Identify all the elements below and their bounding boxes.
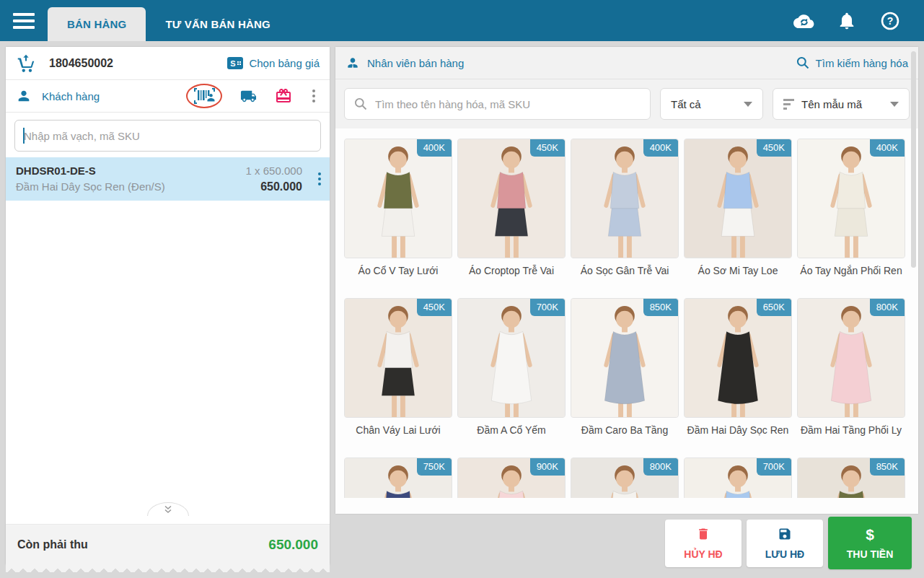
sort-icon	[783, 99, 794, 110]
price-badge: 700K	[530, 299, 565, 316]
price-badge: 800K	[870, 299, 905, 316]
category-filter-value: Tất cả	[671, 98, 701, 110]
notifications-bell-icon[interactable]	[836, 10, 858, 32]
pricebook-icon: S	[227, 57, 243, 69]
cart-item-sku: DHDSR01-DE-S	[16, 165, 165, 177]
vertical-scrollbar[interactable]	[911, 51, 916, 268]
staff-selector[interactable]: Nhân viên bán hàng	[346, 56, 464, 70]
save-order-label: LƯU HĐ	[765, 548, 804, 560]
search-products-link[interactable]: Tìm kiếm hàng hóa	[796, 56, 908, 70]
more-options-icon[interactable]	[308, 88, 320, 104]
amount-due-value: 650.000	[268, 537, 318, 553]
tab-label: BÁN HÀNG	[67, 18, 126, 30]
product-card[interactable]: 650K Đầm Hai Dây Sọc Ren	[684, 298, 792, 447]
customer-row: Khách hàng	[6, 80, 330, 113]
chevron-down-icon	[744, 102, 752, 107]
chevron-double-down-icon	[163, 505, 173, 514]
panel-bottom-mask	[335, 498, 918, 514]
catalog-panel: Nhân viên bán hàng Tìm kiếm hàng hóa Tất…	[335, 47, 918, 514]
product-name: Áo Sơ Mi Tay Loe	[684, 265, 792, 288]
price-badge: 800K	[643, 458, 678, 476]
help-icon[interactable]: ?	[879, 10, 901, 32]
product-name: Áo Cổ V Tay Lưới	[344, 265, 452, 288]
price-badge: 850K	[643, 299, 678, 316]
save-icon	[777, 526, 793, 542]
cart-item-more-icon[interactable]	[314, 171, 325, 187]
product-name: Áo Croptop Trễ Vai	[457, 265, 566, 288]
price-badge: 400K	[870, 139, 905, 157]
cart-item-amounts: 1 x 650.000 650.000	[246, 165, 302, 193]
amount-due-label: Còn phải thu	[17, 538, 88, 551]
catalog-column: Nhân viên bán hàng Tìm kiếm hàng hóa Tất…	[335, 47, 918, 572]
cart-item-row[interactable]: DHDSR01-DE-S Đầm Hai Dây Sọc Ren (Đen/S)…	[6, 157, 330, 201]
cancel-order-button[interactable]: HỦY HĐ	[665, 520, 742, 567]
cart-item-total: 650.000	[260, 180, 302, 193]
product-card[interactable]: 450K Áo Sơ Mi Tay Loe	[684, 139, 792, 288]
tab-tu-van-ban-hang[interactable]: TƯ VẤN BÁN HÀNG	[146, 7, 289, 41]
product-name: Áo Sọc Gân Trễ Vai	[571, 265, 679, 288]
product-card[interactable]: 400K Áo Tay Ngắn Phối Ren	[797, 139, 905, 288]
product-image: 400K	[571, 139, 679, 258]
order-number: 1804650002	[49, 57, 113, 70]
product-card[interactable]: 450K Chân Váy Lai Lưới	[344, 298, 452, 447]
product-card[interactable]: 450K Áo Croptop Trễ Vai	[457, 139, 566, 288]
product-grid: 400K Áo Cổ V Tay Lưới 450K Áo Croptop Tr…	[344, 139, 911, 514]
customer-search-label[interactable]: Khách hàng	[42, 90, 100, 102]
svg-text:?: ?	[887, 15, 894, 27]
product-image: 450K	[684, 139, 792, 258]
sort-select[interactable]: Tên mẫu mã	[773, 88, 910, 120]
price-badge: 700K	[757, 458, 791, 476]
checkout-label: THU TIỀN	[847, 548, 894, 560]
delivery-truck-icon[interactable]	[238, 88, 259, 105]
price-badge: 400K	[643, 139, 678, 157]
cart-footer: Còn phải thu 650.000	[6, 524, 330, 564]
product-search-box	[344, 88, 651, 120]
checkout-button[interactable]: $ THU TIỀN	[828, 517, 912, 569]
product-image: 800K	[797, 298, 905, 418]
price-badge: 750K	[417, 458, 452, 476]
product-name: Đầm Hai Tầng Phối Ly	[797, 424, 905, 447]
appbar-icons: ?	[793, 10, 901, 32]
product-image: 850K	[571, 298, 679, 418]
product-image: 400K	[797, 139, 905, 258]
product-card[interactable]: 700K Đầm A Cổ Yếm	[457, 298, 566, 447]
cart-panel: 1804650002 S Chọn bảng giá Khách hàng	[6, 47, 330, 564]
product-card[interactable]: 850K Đầm Caro Ba Tầng	[571, 298, 679, 447]
pricebook-button[interactable]: S Chọn bảng giá	[227, 57, 320, 69]
price-badge: 650K	[757, 299, 791, 316]
product-card[interactable]: 800K Đầm Hai Tầng Phối Ly	[797, 298, 905, 447]
product-image: 700K	[457, 298, 566, 418]
menu-icon[interactable]	[13, 9, 35, 32]
product-image: 450K	[344, 298, 452, 418]
category-filter-select[interactable]: Tất cả	[660, 88, 763, 120]
filter-row: Tất cả Tên mẫu mã	[335, 79, 918, 128]
dollar-icon: $	[866, 527, 874, 542]
product-card[interactable]: 400K Áo Sọc Gân Trễ Vai	[571, 139, 679, 288]
chevron-down-icon	[890, 102, 899, 107]
tab-ban-hang[interactable]: BÁN HÀNG	[48, 7, 146, 41]
staff-label: Nhân viên bán hàng	[367, 57, 464, 69]
product-search-input[interactable]	[375, 98, 641, 110]
barcode-input[interactable]	[14, 120, 321, 152]
receipt-zigzag-edge	[6, 564, 330, 572]
cart-items-list: DHDSR01-DE-S Đầm Hai Dây Sọc Ren (Đen/S)…	[6, 157, 330, 524]
save-order-button[interactable]: LƯU HĐ	[747, 520, 823, 567]
sync-cloud-icon[interactable]	[793, 10, 814, 32]
product-image: 650K	[684, 298, 792, 418]
product-name: Đầm Caro Ba Tầng	[571, 424, 679, 447]
cart-item-info: DHDSR01-DE-S Đầm Hai Dây Sọc Ren (Đen/S)	[16, 165, 165, 193]
cart-up-icon[interactable]	[16, 54, 36, 73]
appbar: BÁN HÀNG TƯ VẤN BÁN HÀNG ?	[0, 0, 924, 41]
barcode-customer-icon[interactable]	[193, 87, 215, 105]
order-header: 1804650002 S Chọn bảng giá	[6, 47, 330, 80]
price-badge: 450K	[530, 139, 565, 157]
product-card[interactable]: 400K Áo Cổ V Tay Lưới	[344, 139, 452, 288]
trash-icon	[695, 526, 711, 542]
product-grid-wrap: 400K Áo Cổ V Tay Lưới 450K Áo Croptop Tr…	[335, 128, 918, 514]
sort-value: Tên mẫu mã	[801, 98, 862, 110]
barcode-input-wrap	[6, 113, 330, 157]
actions-bar: HỦY HĐ LƯU HĐ $ THU TIỀN	[335, 514, 918, 572]
catalog-header: Nhân viên bán hàng Tìm kiếm hàng hóa	[335, 47, 918, 79]
price-badge: 450K	[757, 139, 791, 157]
gift-icon[interactable]	[275, 87, 292, 105]
